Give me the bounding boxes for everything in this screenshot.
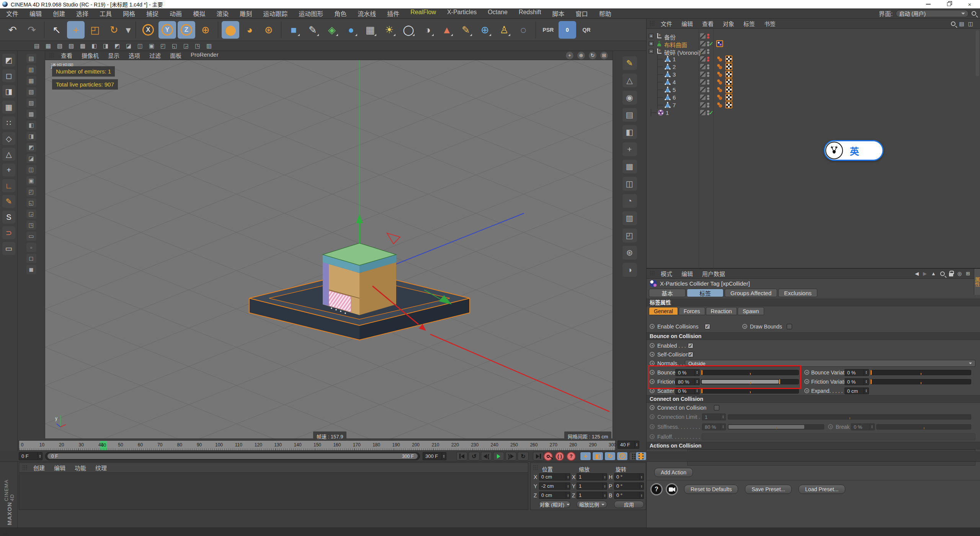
object-row-2[interactable]: 2 (647, 63, 980, 70)
live-selection-tool[interactable]: ↖ (48, 21, 65, 39)
viewport-solo-button[interactable]: S (2, 211, 15, 224)
parent-up-icon[interactable]: ▲ (931, 271, 936, 276)
modeling-tool-15[interactable]: ◳ (193, 42, 202, 50)
stiffness-field[interactable]: 80 %▲▼ (702, 423, 726, 430)
undo-icon[interactable]: ↶ (4, 21, 21, 39)
search-icon[interactable] (951, 21, 956, 26)
enabled-checkbox[interactable]: ✓ (688, 343, 693, 348)
record-parameter-toggle[interactable]: P (617, 452, 628, 461)
menu-item-脚本[interactable]: 脚本 (552, 9, 565, 18)
menu-item-窗口[interactable]: 窗口 (576, 9, 588, 18)
keyframe-circle[interactable] (650, 424, 655, 429)
rotate-view-icon[interactable]: ↻ (589, 52, 596, 59)
friction-variation-field[interactable]: 0 %▲▼ (844, 378, 869, 385)
editor-visibility-dot[interactable] (707, 80, 709, 82)
menu-item-书签[interactable]: 书签 (764, 20, 776, 28)
target-icon[interactable]: ◎ (957, 271, 962, 276)
render-visibility-dot[interactable] (707, 36, 709, 39)
object-row-4[interactable]: 4 (647, 78, 980, 86)
side-tool-10[interactable]: ▥ (622, 211, 637, 225)
bounce-slider[interactable] (701, 370, 799, 375)
break-field[interactable]: 0 %▲▼ (851, 423, 875, 430)
palette-tool-6[interactable]: ▩ (26, 109, 36, 119)
keyframe-circle[interactable] (650, 414, 655, 419)
mograph-menu[interactable]: ◈ (323, 21, 341, 39)
layer-toggle[interactable] (700, 95, 706, 100)
connection-limit-field[interactable]: 1▲▼ (702, 413, 726, 420)
object-row-破碎 (Voronoi)[interactable]: −0破碎 (Voronoi) (647, 47, 980, 55)
coord-mode-dropdown[interactable]: 对象 (相对) (539, 501, 570, 508)
goto-end-button[interactable] (533, 452, 544, 461)
keyframe-circle[interactable] (650, 434, 655, 439)
close-button[interactable]: × (959, 0, 980, 8)
palette-tool-15[interactable]: ◲ (26, 209, 36, 219)
light-menu[interactable]: ☀ (381, 21, 398, 39)
tab-Reaction[interactable]: Reaction (706, 307, 737, 315)
paint-menu[interactable]: ✎ (457, 21, 475, 39)
rot-h-field[interactable]: 0 °▲▼ (614, 473, 644, 480)
object-row-1[interactable]: 1 (647, 55, 980, 63)
render-visibility-dot[interactable] (707, 82, 709, 85)
modeling-tool-14[interactable]: ◲ (181, 42, 191, 50)
palette-tool-14[interactable]: ◱ (26, 198, 36, 208)
dynamics-tag-icon[interactable] (716, 63, 723, 70)
side-tool-11[interactable]: ◰ (622, 229, 637, 242)
checker-tag-icon[interactable] (725, 94, 732, 101)
render-visibility-dot[interactable] (707, 67, 709, 69)
palette-tool-3[interactable]: ▦ (26, 76, 36, 85)
object-label[interactable]: 7 (673, 102, 676, 108)
checker-tag-icon[interactable] (725, 86, 732, 93)
expander-icon[interactable]: + (649, 41, 653, 46)
menu-item-过滤[interactable]: 过滤 (149, 51, 161, 59)
move-tool[interactable]: + (67, 21, 85, 39)
pan-view-icon[interactable]: + (566, 52, 573, 59)
object-label[interactable]: 2 (673, 64, 676, 70)
rot-p-field[interactable]: 0 °▲▼ (614, 482, 644, 490)
viewport[interactable]: y 查看摄像机显示选项过滤面板ProRender +⊕↻⊞ 透视视图 Numbe… (45, 51, 612, 438)
sky-menu[interactable]: ◯ (400, 21, 417, 39)
material-preview-icon[interactable]: ◑ (622, 263, 637, 277)
drag-grip[interactable] (650, 21, 655, 26)
menu-item-面板[interactable]: 面板 (170, 51, 181, 59)
object-row-5[interactable]: 5 (647, 86, 980, 93)
tracker-menu[interactable]: ⊕ (476, 21, 494, 39)
save-preset-button[interactable]: Save Preset... (745, 485, 792, 494)
checker-tag-icon[interactable] (725, 63, 732, 70)
object-row-布料曲面[interactable]: +布料曲面✓ (647, 40, 980, 47)
object-label[interactable]: 4 (673, 79, 676, 85)
history-forward-icon[interactable]: ▶ (923, 271, 927, 276)
layer-toggle[interactable] (700, 110, 706, 115)
search-icon[interactable] (940, 271, 945, 276)
minimize-button[interactable] (918, 0, 939, 8)
selection-set-menu[interactable]: ◌ (514, 21, 532, 39)
qr-button[interactable]: QR (578, 21, 595, 39)
previous-key-button[interactable]: ↺ (469, 452, 480, 461)
viewport-scene[interactable]: y (45, 60, 612, 438)
next-frame-button[interactable]: ) (505, 452, 516, 461)
scatter-slider[interactable] (701, 388, 799, 394)
restore-button[interactable] (939, 0, 959, 8)
previous-frame-button[interactable]: ( (481, 452, 492, 461)
palette-tool-1[interactable]: ▤ (26, 54, 36, 63)
range-end-field[interactable]: 300 F▲▼ (423, 452, 446, 460)
expander-icon[interactable]: + (649, 34, 653, 38)
play-button[interactable] (493, 452, 504, 461)
dynamics-tag-icon[interactable] (716, 94, 723, 101)
scale-tool[interactable]: ◰ (86, 21, 104, 39)
help-icon[interactable]: ? (650, 483, 663, 495)
modeling-tool-9[interactable]: ◪ (124, 42, 133, 50)
keyframe-circle[interactable] (804, 370, 809, 375)
new-panel-icon[interactable]: ⊞ (966, 271, 970, 276)
zero-button[interactable]: 0 (559, 21, 576, 39)
timeline-ruler[interactable]: 40 0102030405060708090100110120130140150… (19, 440, 616, 451)
record-keyframe-button[interactable] (544, 452, 553, 461)
menu-item-RealFlow[interactable]: RealFlow (410, 9, 436, 18)
scatter-field[interactable]: 0 %▲▼ (675, 387, 700, 394)
tab-基本[interactable]: 基本 (649, 289, 686, 297)
palette-tool-20[interactable]: ◼ (26, 265, 36, 274)
object-row-7[interactable]: 7 (647, 101, 980, 109)
friction-variation-slider[interactable] (870, 379, 971, 384)
menu-item-编辑[interactable]: 编辑 (681, 270, 693, 278)
editor-visibility-dot[interactable] (707, 57, 709, 59)
record-position-toggle[interactable]: + (580, 452, 591, 461)
